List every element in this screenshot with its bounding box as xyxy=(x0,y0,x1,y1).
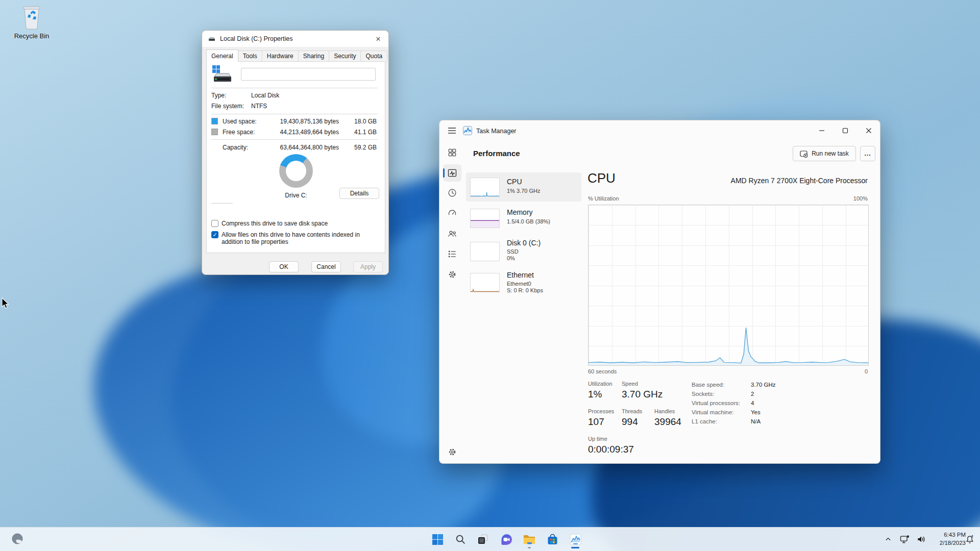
drive-icon xyxy=(208,35,216,42)
sidebar-accent-bar xyxy=(443,168,445,178)
used-space-bytes: 19,430,875,136 bytes xyxy=(263,118,339,125)
file-explorer-button[interactable] xyxy=(519,529,540,549)
active-indicator xyxy=(571,547,579,548)
capacity-bytes: 63,644,364,800 bytes xyxy=(263,144,339,151)
threads-value: 994 xyxy=(622,416,638,428)
search-icon xyxy=(455,534,466,545)
search-button[interactable] xyxy=(450,529,471,549)
speaker-icon xyxy=(916,534,926,544)
ethernet-card[interactable]: Ethernet Ethernet0 S: 0 R: 0 Kbps xyxy=(466,268,581,299)
used-space-size: 18.0 GB xyxy=(350,118,377,125)
tab-security[interactable]: Security xyxy=(329,51,361,62)
axis-100-label: 100% xyxy=(853,195,868,202)
sidebar-item-startup-apps[interactable] xyxy=(447,208,457,218)
tray-overflow-button[interactable] xyxy=(881,529,895,549)
index-checkbox[interactable]: ✓ xyxy=(211,231,218,238)
sidebar-item-processes[interactable] xyxy=(447,147,457,158)
notifications-button[interactable]: z xyxy=(962,529,978,549)
apply-button[interactable]: Apply xyxy=(353,261,383,272)
ethernet-network-icon xyxy=(899,534,910,544)
running-indicator xyxy=(528,547,531,548)
mouse-cursor xyxy=(1,297,12,310)
recycle-bin-shortcut[interactable]: Recycle Bin xyxy=(7,5,56,40)
free-space-label: Free space: xyxy=(223,129,255,136)
threads-label: Threads xyxy=(622,408,642,414)
disk-card[interactable]: Disk 0 (C:) SSD 0% xyxy=(466,237,581,264)
disk-usage-donut-chart xyxy=(279,154,313,188)
task-view-button[interactable] xyxy=(473,529,493,549)
index-checkbox-label[interactable]: Allow files on this drive to have conten… xyxy=(222,231,376,245)
network-tray-button[interactable] xyxy=(897,529,912,549)
properties-dialog-titlebar[interactable]: Local Disk (C:) Properties ✕ xyxy=(202,31,388,47)
memory-mini-chart xyxy=(470,209,500,228)
store-button[interactable] xyxy=(542,529,562,549)
handles-label: Handles xyxy=(654,408,675,414)
desktop: Recycle Bin Local Disk (C:) Properties ✕… xyxy=(0,0,980,551)
free-space-size: 41.1 GB xyxy=(350,129,377,136)
utilization-label: Utilization xyxy=(588,381,612,387)
tab-sharing[interactable]: Sharing xyxy=(298,51,329,62)
file-explorer-icon xyxy=(523,533,536,545)
l1-cache-label: L1 cache: xyxy=(692,418,717,424)
sidebar-item-app-history[interactable] xyxy=(447,188,457,198)
memory-card[interactable]: Memory 1.5/4.0 GB (38%) xyxy=(466,204,581,232)
taskbar: 6:43 PM 2/18/2023 z xyxy=(0,527,980,551)
run-new-task-button[interactable]: Run new task xyxy=(793,146,856,161)
menu-icon[interactable] xyxy=(448,127,456,136)
close-icon[interactable]: ✕ xyxy=(373,34,383,43)
ok-button[interactable]: OK xyxy=(269,261,299,272)
virtual-machine-value: Yes xyxy=(751,409,761,415)
axis-0-label: 0 xyxy=(865,368,868,374)
used-space-label: Used space: xyxy=(223,118,257,125)
sidebar-item-performance[interactable] xyxy=(447,168,457,178)
tab-hardware[interactable]: Hardware xyxy=(262,51,299,62)
properties-tabs: General Tools Hardware Sharing Security … xyxy=(206,51,387,62)
task-manager-taskbar-button[interactable] xyxy=(565,529,585,549)
tab-quota[interactable]: Quota xyxy=(360,51,387,62)
widgets-weather-icon xyxy=(11,533,24,546)
cpu-card[interactable]: CPU 1% 3.70 GHz xyxy=(466,172,581,202)
start-button[interactable] xyxy=(427,529,448,549)
sidebar-item-details[interactable] xyxy=(447,249,457,259)
uptime-label: Up time xyxy=(588,436,607,442)
bell-dnd-icon: z xyxy=(965,534,975,544)
file-system-label: File system: xyxy=(211,103,244,110)
drive-name-input[interactable] xyxy=(241,68,376,81)
processes-label: Processes xyxy=(588,408,614,414)
cpu-utilization-graph xyxy=(588,205,869,366)
virtual-machine-label: Virtual machine: xyxy=(692,409,733,415)
drive-caption: Drive C: xyxy=(279,192,313,199)
task-manager-icon xyxy=(569,533,582,546)
more-options-button[interactable]: ... xyxy=(860,146,875,161)
chat-button[interactable] xyxy=(496,529,517,549)
tab-general[interactable]: General xyxy=(206,49,238,62)
settings-icon[interactable] xyxy=(447,447,457,457)
widgets-button[interactable] xyxy=(7,529,28,549)
compress-checkbox[interactable] xyxy=(211,220,218,227)
base-speed-label: Base speed: xyxy=(692,382,724,388)
task-manager-app-icon xyxy=(463,126,472,137)
task-manager-titlebar[interactable]: Task Manager xyxy=(439,120,880,141)
details-button[interactable]: Details xyxy=(339,188,379,199)
volume-tray-button[interactable] xyxy=(913,529,929,549)
tab-tools[interactable]: Tools xyxy=(238,51,262,62)
sockets-label: Sockets: xyxy=(692,391,714,397)
uptime-value: 0:00:09:37 xyxy=(588,444,634,455)
sidebar-item-users[interactable] xyxy=(447,229,457,239)
utilization-value: 1% xyxy=(588,389,602,400)
type-value: Local Disk xyxy=(251,92,279,99)
capacity-label: Capacity: xyxy=(223,144,248,151)
maximize-icon[interactable] xyxy=(835,122,855,139)
handles-value: 39964 xyxy=(654,416,681,428)
cpu-section-title: CPU xyxy=(587,170,616,186)
speed-label: Speed xyxy=(622,381,638,387)
properties-dialog: Local Disk (C:) Properties ✕ General Too… xyxy=(202,30,389,275)
cancel-button[interactable]: Cancel xyxy=(311,261,341,272)
svg-text:z: z xyxy=(971,534,973,538)
task-view-icon xyxy=(477,533,489,545)
sidebar-item-services[interactable] xyxy=(447,269,457,280)
recycle-bin-icon xyxy=(20,23,43,31)
minimize-icon[interactable] xyxy=(812,122,832,139)
close-icon[interactable] xyxy=(859,122,879,139)
compress-checkbox-label[interactable]: Compress this drive to save disk space xyxy=(222,220,375,227)
